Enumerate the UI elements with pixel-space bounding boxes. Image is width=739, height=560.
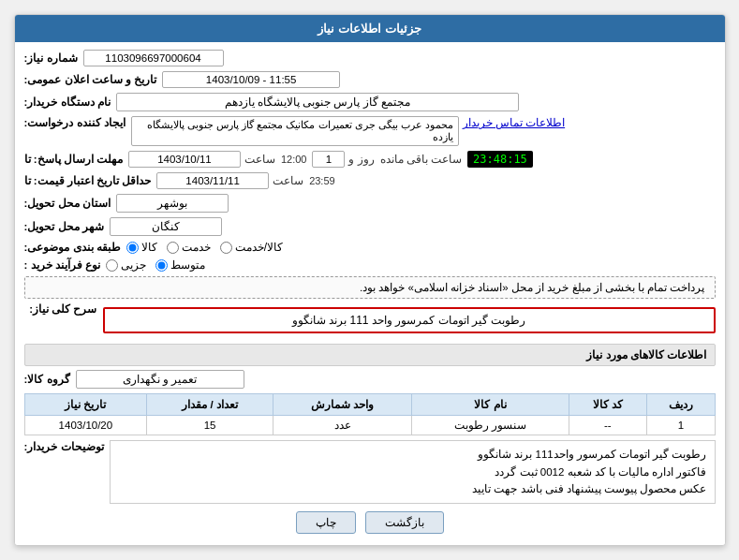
ijad-kannde-value: محمود عرب بیگی جری تعمیرات مکانیک مجتمع …: [131, 116, 459, 146]
ostan-value: بوشهر: [116, 194, 229, 213]
col-tarikh: تاریخ نیاز: [24, 394, 147, 416]
shahr-label: شهر محل تحویل:: [24, 220, 106, 233]
tozihat-label: توضیحات خریدار:: [24, 440, 106, 453]
nam-dastgah-value: مجتمع گاز پارس جنوبی پالایشگاه یازدهم: [116, 93, 519, 111]
countdown-unit: ساعت باقی مانده: [380, 153, 464, 166]
haddaqal-date: 1403/11/11: [156, 172, 269, 189]
radio-kala-khedmat[interactable]: کالا/خدمت: [220, 241, 283, 254]
nam-dastgah-label: نام دستگاه خریدار:: [24, 96, 112, 109]
table-row: 1--سنسور رطوبتعدد151403/10/20: [24, 416, 715, 435]
haddaqal-time: 23:59: [309, 175, 337, 186]
radio-khedmat-input[interactable]: [167, 242, 179, 254]
tarikh-saat-label: تاریخ و ساعت اعلان عمومی:: [24, 73, 159, 86]
tabaqe-label: طبقه بندی موضوعی:: [24, 241, 123, 254]
haddaqal-label: حداقل تاریخ اعتبار قیمت: تا: [24, 174, 154, 187]
shomare-niaz-label: شماره نیاز:: [24, 52, 80, 65]
tozihat-line: عکس محصول پیوست پیشنهاد فنی باشد جهت تای…: [118, 480, 707, 497]
col-nam-kala: نام کالا: [412, 394, 569, 416]
serh-label: سرح کلی نیاز:: [24, 302, 99, 316]
radio-kala-input[interactable]: [126, 242, 139, 254]
mohlat-label: مهلت ارسال پاسخ: تا: [24, 153, 125, 166]
pardakht-text: پرداخت تمام با بخشی از مبلغ خرید از محل …: [24, 276, 716, 299]
radio-khedmat-label: خدمت: [182, 241, 211, 254]
day-unit: روز و: [348, 153, 376, 166]
mohlat-days: 1: [312, 151, 345, 168]
col-kod-kala: کد کالا: [569, 394, 647, 416]
header-title: جزئیات اطلاعات نیاز: [318, 22, 421, 36]
groupe-kala-label: گروه کالا:: [24, 373, 72, 386]
tozihat-line: رطوبت گیر اتومات کمرسور واحد111 برند شان…: [118, 446, 707, 463]
radio-motavaset-input[interactable]: [155, 259, 168, 272]
radio-jozii[interactable]: جزیی: [106, 258, 146, 272]
kala-info-title: اطلاعات کالاهای مورد نیاز: [24, 344, 716, 366]
shomare-niaz-value: 1103096697000604: [83, 50, 224, 66]
radio-khedmat[interactable]: خدمت: [167, 241, 211, 254]
ijad-kannde-label: ایجاد کننده درخواست:: [24, 116, 127, 129]
groupe-kala-value: تعمیر و نگهداری: [76, 370, 244, 389]
tozihat-box: رطوبت گیر اتومات کمرسور واحد111 برند شان…: [110, 440, 716, 503]
back-button[interactable]: بازگشت: [365, 511, 444, 534]
col-radif: ردیف: [647, 394, 715, 416]
mohlat-date: 1403/10/11: [128, 151, 241, 168]
noe-farand-label: نوع فرآیند خرید :: [24, 258, 102, 272]
tabaqe-radio-group: کالا/خدمت خدمت کالا: [126, 241, 283, 254]
noe-farand-radio-group: متوسط جزیی: [106, 258, 205, 272]
radio-jozii-label: جزیی: [121, 258, 146, 272]
saatLabel2: ساعت: [273, 174, 305, 187]
serh-value: رطوبت گیر اتومات کمرسور واحد 111 برند شا…: [292, 314, 525, 327]
kala-table: ردیف کد کالا نام کالا واحد شمارش تعداد /…: [24, 393, 716, 435]
temas-link[interactable]: اطلاعات تماس خریدار: [463, 116, 565, 129]
radio-jozii-input[interactable]: [106, 259, 118, 272]
radio-kala[interactable]: کالا: [126, 241, 157, 254]
serh-box: رطوبت گیر اتومات کمرسور واحد 111 برند شا…: [103, 307, 716, 333]
page-header: جزئیات اطلاعات نیاز: [15, 15, 725, 42]
radio-kala-label: کالا: [141, 241, 157, 254]
mohlat-time: 12:00: [281, 154, 309, 165]
col-tedad: تعداد / مقدار: [147, 394, 273, 416]
col-vahad: واحد شمارش: [273, 394, 412, 416]
shahr-value: کنگان: [110, 217, 222, 236]
buttons-row: بازگشت چاپ: [24, 511, 716, 534]
radio-motavaset-label: متوسط: [170, 258, 205, 272]
radio-motavaset[interactable]: متوسط: [155, 258, 205, 272]
print-button[interactable]: چاپ: [296, 511, 356, 534]
radio-kala-khedmat-input[interactable]: [220, 242, 232, 254]
countdown-value: 23:48:15: [467, 151, 533, 168]
tozihat-line: فاکتور اداره مالیات با کد شعبه 0012 ثبت …: [118, 464, 707, 480]
ostan-label: استان محل تحویل:: [24, 197, 112, 210]
tarikh-saat-value: 1403/10/09 - 11:55: [162, 71, 340, 88]
saatLabel: ساعت: [244, 153, 277, 166]
radio-kala-khedmat-label: کالا/خدمت: [235, 241, 283, 254]
